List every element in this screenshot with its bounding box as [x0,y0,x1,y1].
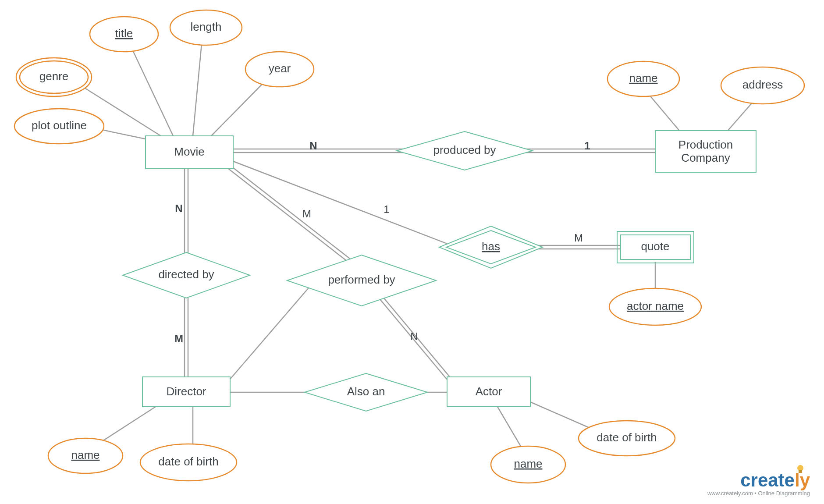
attr-plotoutline-label: plot outline [32,119,87,132]
attr-actor-dob-label: date of birth [597,431,657,444]
rel-alsoan-label: Also an [347,385,385,398]
rel-directedby-label: directed by [158,268,214,281]
card-quote-has: M [574,232,583,244]
card-actor-performed: N [410,330,418,342]
attr-length: length [170,10,242,45]
attr-director-name: name [48,438,123,473]
edge-attr-company-name [649,94,684,136]
svg-text:creately: creately [740,470,810,490]
edge-movie-performedby [226,164,358,267]
edge-movie-has [233,161,447,244]
entity-director-label: Director [166,385,206,398]
attr-company-name-label: name [629,71,657,85]
edge-movie-directedby [185,169,188,254]
er-diagram-canvas: Movie Production Company quote Director … [0,0,824,504]
attr-genre: genre [16,58,92,96]
entity-actor-label: Actor [476,385,502,398]
entity-production-company: Production Company [655,131,756,172]
edge-producedby-company [526,149,655,153]
edge-movie-producedby [233,149,403,153]
attr-title-label: title [115,27,133,40]
logo-part2: ly [795,470,810,490]
attr-actor-dob: date of birth [579,421,675,456]
attr-director-name-label: name [71,448,99,461]
card-movie-has: 1 [384,203,389,215]
attr-year-label: year [269,62,291,75]
logo-sub: www.creately.com • Online Diagramming [707,490,810,497]
entity-movie-label: Movie [174,145,204,158]
svg-line-9 [229,164,358,265]
relationship-produced-by: produced by [397,131,533,170]
card-movie-produced: N [309,140,317,152]
svg-point-40 [797,465,803,471]
relationship-performed-by: performed by [287,255,436,306]
card-director-directed: M [174,333,183,344]
attr-genre-label: genre [39,70,69,83]
edge-attr-title [131,48,173,136]
edge-has-quote [535,245,620,249]
relationship-also-an: Also an [305,373,427,411]
card-company-produced: 1 [584,140,590,152]
attr-company-address: address [721,67,804,104]
edge-attr-length [193,44,202,136]
svg-line-8 [226,167,355,267]
attr-plot-outline: plot outline [14,109,104,144]
svg-rect-41 [799,470,802,473]
entity-company-label-1: Production [678,138,733,151]
edge-attr-actor-name [497,407,524,451]
relationship-directed-by: directed by [123,252,250,298]
entity-company-label-2: Company [681,151,730,164]
entity-director: Director [142,377,230,407]
attr-director-dob: date of birth [140,444,237,481]
logo-part1: create [740,470,795,490]
attr-company-address-label: address [742,78,783,91]
edge-directedby-director [185,298,188,377]
card-movie-directed: N [175,202,182,214]
attr-quote-actorname: actor name [609,288,701,325]
relationship-has: has [439,226,543,268]
attr-title: title [90,17,158,52]
edge-attr-director-name [99,407,156,444]
attr-actor-name-label: name [514,457,542,470]
attr-actor-name: name [491,446,565,483]
edge-attr-actor-dob [528,401,598,432]
entity-actor: Actor [447,377,530,407]
rel-producedby-label: produced by [433,143,496,156]
entity-quote: quote [617,231,694,263]
entity-movie: Movie [146,136,233,169]
attr-year: year [245,52,314,87]
rel-has-label: has [482,240,500,253]
edge-performedby-director [230,285,311,379]
creately-logo: creately www.creately.com • Online Diagr… [707,465,810,497]
edge-attr-year [210,81,265,137]
attr-director-dob-label: date of birth [158,455,218,468]
attr-company-name: name [607,61,679,96]
card-movie-performed: M [302,208,311,220]
entity-quote-label: quote [641,240,669,253]
rel-performedby-label: performed by [328,273,395,286]
attr-length-label: length [191,20,222,33]
attr-quote-actorname-label: actor name [627,299,684,312]
